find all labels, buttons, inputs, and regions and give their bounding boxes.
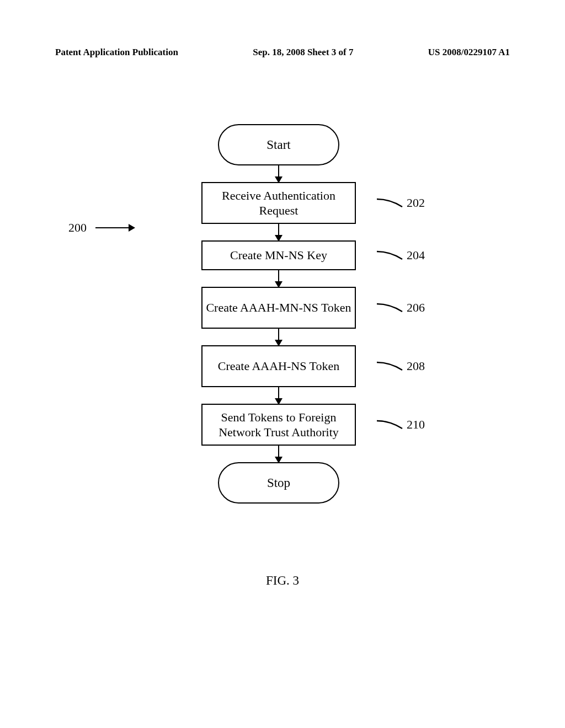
step-204: Create MN-NS Key 204 xyxy=(193,240,364,270)
arrow-down-icon xyxy=(278,329,280,345)
step-206: Create AAAH-MN-NS Token 206 xyxy=(193,287,364,329)
step-ref-callout: 204 xyxy=(376,248,425,263)
date-and-sheet: Sep. 18, 2008 Sheet 3 of 7 xyxy=(253,47,353,58)
arrow-down-icon xyxy=(278,270,280,287)
ref-200-number: 200 xyxy=(68,221,87,235)
arrow-down-icon xyxy=(278,446,280,462)
arrow-down-icon xyxy=(278,387,280,404)
start-terminal: Start xyxy=(218,124,339,165)
process-box: Create AAAH-MN-NS Token xyxy=(201,287,356,329)
process-box: Create AAAH-NS Token xyxy=(201,345,356,387)
callout-curve-icon xyxy=(376,419,404,431)
step-210: Send Tokens to Foreign Network Trust Aut… xyxy=(193,404,364,446)
callout-curve-icon xyxy=(376,302,404,314)
arrow-down-icon xyxy=(278,224,280,240)
step-ref-callout: 208 xyxy=(376,359,425,373)
step-ref-callout: 202 xyxy=(376,196,425,210)
process-box: Receive Authentication Request xyxy=(201,182,356,224)
figure-label: FIG. 3 xyxy=(266,574,299,588)
callout-curve-icon xyxy=(376,360,404,372)
patent-header: Patent Application Publication Sep. 18, … xyxy=(0,47,565,58)
process-box: Send Tokens to Foreign Network Trust Aut… xyxy=(201,404,356,446)
step-ref-callout: 210 xyxy=(376,417,425,432)
stop-terminal: Stop xyxy=(218,462,339,504)
step-208: Create AAAH-NS Token 208 xyxy=(193,345,364,387)
step-202: Receive Authentication Request 202 xyxy=(193,182,364,224)
arrow-right-icon xyxy=(95,227,134,229)
callout-curve-icon xyxy=(376,197,404,209)
publication-type: Patent Application Publication xyxy=(55,47,178,58)
flowchart-reference-200: 200 xyxy=(68,221,134,235)
callout-curve-icon xyxy=(376,249,404,261)
step-ref-callout: 206 xyxy=(376,301,425,315)
arrow-down-icon xyxy=(278,165,280,182)
flowchart: Start Receive Authentication Request 202… xyxy=(193,124,364,504)
publication-number: US 2008/0229107 A1 xyxy=(428,47,510,58)
process-box: Create MN-NS Key xyxy=(201,240,356,270)
